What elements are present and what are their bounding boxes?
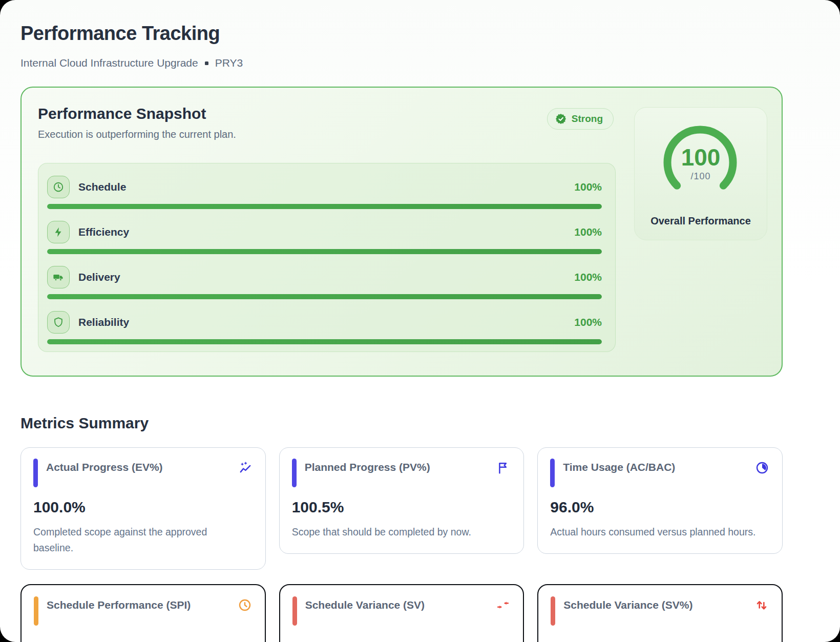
sparkle-chart-icon (239, 461, 252, 474)
project-code: PRY3 (215, 57, 243, 69)
card-header: Schedule Variance (SV) (292, 596, 511, 626)
metric-row-delivery: Delivery 100% (47, 266, 602, 299)
accent-bar (34, 596, 38, 626)
metric-card-planned-progress: Planned Progress (PV%) 100.5% Scope that… (279, 447, 524, 554)
metrics-summary-grid-bottom: Schedule Performance (SPI) Schedule Vari… (20, 584, 783, 642)
converging-arrows-icon (496, 598, 510, 612)
shield-icon (53, 317, 64, 328)
card-header: Actual Progress (EV%) (33, 459, 253, 487)
accent-bar (33, 459, 38, 487)
metric-label: Efficiency (78, 226, 129, 238)
performance-snapshot-card: Performance Snapshot Execution is outper… (20, 87, 783, 377)
status-badge: Strong (547, 108, 614, 130)
accent-bar (551, 596, 555, 626)
card-header: Schedule Variance (SV%) (551, 596, 769, 626)
truck-icon (53, 272, 64, 283)
icon-tile (47, 311, 70, 334)
metric-label: Schedule (78, 181, 126, 193)
card-title: Schedule Performance (SPI) (47, 599, 191, 626)
gauge-label: Overall Performance (635, 215, 767, 227)
gauge-score: 100 (635, 143, 767, 171)
accent-bar (292, 459, 297, 487)
card-header: Planned Progress (PV%) (292, 459, 512, 487)
metric-header: Efficiency 100% (47, 221, 602, 243)
progress-track (47, 249, 602, 254)
clock-icon (238, 598, 251, 612)
icon-tile (47, 266, 70, 288)
metric-label: Reliability (78, 316, 129, 328)
progress-fill (47, 339, 602, 344)
metric-value: 100% (574, 181, 602, 193)
metric-label: Delivery (78, 271, 120, 283)
progress-track (47, 294, 602, 299)
metric-card-schedule-variance-svpct: Schedule Variance (SV%) (537, 584, 783, 642)
snapshot-metrics-panel: Schedule 100% Efficiency (38, 163, 616, 352)
overall-performance-gauge-card: 100 /100 Overall Performance (634, 107, 767, 240)
card-title: Schedule Variance (SV) (305, 599, 425, 626)
flag-icon (497, 461, 510, 474)
icon-tile (47, 176, 70, 198)
metric-value: 100% (574, 226, 602, 238)
card-header: Schedule Performance (SPI) (34, 596, 253, 626)
metrics-summary-grid-top: Actual Progress (EV%) 100.0% Completed s… (20, 447, 783, 570)
metric-value: 100% (574, 271, 602, 283)
card-value: 96.0% (550, 499, 770, 516)
card-title: Schedule Variance (SV%) (563, 599, 692, 626)
metric-card-schedule-performance: Schedule Performance (SPI) (20, 584, 266, 642)
card-title: Time Usage (AC/BAC) (563, 461, 675, 487)
progress-fill (47, 249, 602, 254)
timer-icon (755, 461, 769, 474)
metrics-summary-title: Metrics Summary (20, 415, 783, 432)
metric-header: Delivery 100% (47, 266, 602, 288)
status-badge-label: Strong (572, 113, 603, 125)
metric-header: Reliability 100% (47, 311, 602, 334)
content-container: Performance Tracking Internal Cloud Infr… (0, 0, 840, 642)
separator-dot (205, 61, 208, 65)
zap-icon (53, 226, 64, 238)
metric-card-time-usage: Time Usage (AC/BAC) 96.0% Actual hours c… (537, 447, 783, 554)
card-description: Actual hours consumed versus planned hou… (550, 524, 765, 540)
card-title: Planned Progress (PV%) (305, 461, 430, 487)
performance-tracking-page: Performance Tracking Internal Cloud Infr… (0, 0, 840, 642)
card-value: 100.5% (292, 499, 512, 516)
card-value: 100.0% (33, 499, 253, 516)
accent-bar (550, 459, 555, 487)
up-down-arrows-icon (755, 598, 768, 612)
metric-row-efficiency: Efficiency 100% (47, 221, 602, 254)
icon-tile (47, 221, 70, 243)
metric-row-schedule: Schedule 100% (47, 176, 602, 209)
accent-bar (292, 596, 297, 626)
metric-row-reliability: Reliability 100% (47, 311, 602, 344)
page-title: Performance Tracking (20, 23, 783, 45)
progress-fill (47, 294, 602, 299)
card-description: Completed scope against the approved bas… (33, 524, 248, 556)
metric-header: Schedule 100% (47, 176, 602, 198)
clock-icon (53, 181, 64, 193)
metric-card-actual-progress: Actual Progress (EV%) 100.0% Completed s… (20, 447, 266, 570)
badge-check-icon (555, 113, 566, 125)
card-header: Time Usage (AC/BAC) (550, 459, 770, 487)
metric-value: 100% (574, 316, 602, 328)
progress-track (47, 204, 602, 209)
progress-track (47, 339, 602, 344)
metric-card-schedule-variance-sv: Schedule Variance (SV) (279, 584, 524, 642)
card-title: Actual Progress (EV%) (46, 461, 163, 487)
breadcrumb: Internal Cloud Infrastructure Upgrade PR… (20, 57, 783, 69)
project-name: Internal Cloud Infrastructure Upgrade (20, 57, 198, 69)
card-description: Scope that should be completed by now. (292, 524, 507, 540)
progress-fill (47, 204, 602, 209)
gauge-denominator: /100 (635, 171, 767, 182)
